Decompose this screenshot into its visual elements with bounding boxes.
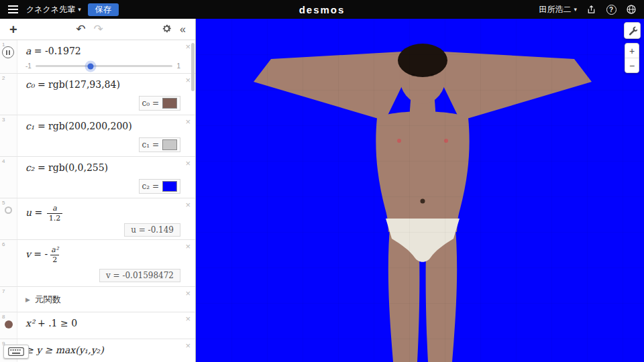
color-swatch-box: c₀ = — [139, 96, 180, 111]
graph-canvas[interactable] — [196, 19, 644, 362]
close-icon[interactable]: × — [185, 200, 191, 209]
expression-content[interactable]: u = a1.2 u = -0.149 × — [17, 198, 195, 239]
row-gutter: 6 — [0, 240, 17, 286]
evaluation-output: u = -0.149 — [25, 223, 180, 237]
evaluation-output: v = -0.01598472 — [25, 269, 180, 282]
add-expression-button[interactable]: + — [5, 21, 21, 38]
share-button[interactable] — [585, 3, 597, 15]
swatch-label: c₀ = — [142, 99, 159, 108]
wrench-icon — [627, 25, 637, 36]
row-number: 4 — [2, 158, 5, 164]
row-number: 7 — [2, 288, 5, 294]
expression-content[interactable]: c₂ = rgb(0,0,255) c₂ = × — [17, 157, 195, 198]
topbar-right: 田所浩二 ▾ ? — [539, 3, 637, 15]
user-account-dropdown[interactable]: 田所浩二 ▾ — [539, 4, 577, 15]
caret-down-icon: ▾ — [574, 6, 577, 13]
expression-latex: a = -0.1972 — [25, 46, 180, 56]
expression-row-slider-a: 1 a = -0.1972 -1 1 × — [0, 40, 195, 74]
graph-settings-button[interactable] — [158, 22, 176, 37]
slider-handle[interactable] — [88, 63, 94, 69]
slider-min-label: -1 — [25, 62, 32, 70]
expression-latex: x² + .1 ≥ 0 — [25, 318, 180, 328]
expression-content[interactable]: x² + .1 ≥ 0 × — [17, 312, 195, 339]
row-gutter: 8 — [0, 312, 17, 339]
slider-track[interactable] — [36, 65, 173, 67]
row-number: 6 — [2, 241, 5, 247]
close-icon[interactable]: × — [185, 242, 191, 251]
keyboard-icon — [8, 347, 24, 356]
language-button[interactable] — [625, 3, 637, 15]
save-button[interactable]: 保存 — [88, 3, 119, 16]
evaluated-value: v = -0.01598472 — [99, 269, 180, 282]
row-number: 2 — [2, 75, 5, 81]
topbar-left: クネクネ先輩 ▾ 保存 — [7, 3, 119, 16]
expression-content[interactable]: v = -a²2 v = -0.01598472 × — [17, 240, 195, 286]
help-button[interactable]: ? — [605, 3, 617, 15]
close-icon[interactable]: × — [185, 341, 191, 350]
folder-name: 元関数 — [35, 294, 61, 306]
close-icon[interactable]: × — [185, 117, 191, 126]
hamburger-menu-icon[interactable] — [7, 4, 19, 15]
expression-row-c0: 2 c₀ = rgb(127,93,84) c₀ = × — [0, 74, 195, 115]
swatch-label: c₁ = — [142, 140, 159, 149]
folder-expand-icon[interactable]: ▶ — [25, 296, 30, 303]
desmos-logo: desmos — [299, 0, 345, 19]
color-chip[interactable] — [162, 181, 177, 192]
row-gutter: 5 — [0, 198, 17, 239]
zoom-out-button[interactable]: − — [625, 58, 639, 72]
graph-title: クネクネ先輩 — [26, 4, 75, 15]
share-icon — [586, 5, 596, 15]
close-icon[interactable]: × — [185, 159, 191, 168]
expression-content[interactable]: ≥ y ≥ max(y₁,y₂) × — [17, 339, 195, 362]
expression-latex: c₁ = rgb(200,200,200) — [25, 121, 180, 131]
folder-content[interactable]: ▶ 元関数 × — [17, 287, 195, 312]
row-number: 8 — [2, 314, 5, 320]
expression-style-icon[interactable] — [5, 206, 12, 214]
row-gutter: 2 — [0, 74, 17, 115]
slider-max-label: 1 — [176, 62, 180, 70]
row-gutter: 7 — [0, 287, 17, 312]
expression-content[interactable]: a = -0.1972 -1 1 × — [17, 40, 195, 73]
graph-title-dropdown[interactable]: クネクネ先輩 ▾ — [26, 4, 81, 15]
expression-content[interactable]: c₀ = rgb(127,93,84) c₀ = × — [17, 74, 195, 115]
expression-row-c1: 3 c₁ = rgb(200,200,200) c₁ = × — [0, 115, 195, 157]
color-output: c₁ = — [25, 137, 180, 152]
color-output: c₀ = — [25, 96, 180, 111]
help-icon: ? — [606, 5, 616, 15]
graph-paper[interactable]: + − — [196, 19, 644, 362]
close-icon[interactable]: × — [185, 76, 191, 84]
swatch-label: c₂ = — [142, 182, 159, 191]
color-swatch-box: c₂ = — [139, 179, 180, 194]
close-icon[interactable]: × — [185, 314, 191, 323]
graph-settings-wrench-button[interactable] — [624, 22, 641, 39]
expression-list: 1 a = -0.1972 -1 1 × — [0, 40, 195, 362]
expression-latex: c₀ = rgb(127,93,84) — [25, 79, 180, 90]
expression-row-c2: 4 c₂ = rgb(0,0,255) c₂ = × — [0, 157, 195, 198]
expression-row-inequality: 8 x² + .1 ≥ 0 × — [0, 312, 195, 339]
color-chip[interactable] — [162, 139, 177, 150]
row-gutter: 3 — [0, 115, 17, 156]
topbar: クネクネ先輩 ▾ 保存 desmos 田所浩二 ▾ ? — [0, 0, 644, 19]
expression-row-u: 5 u = a1.2 u = -0.149 × — [0, 198, 195, 240]
expression-row-max: 9 ≥ y ≥ max(y₁,y₂) × — [0, 339, 195, 362]
collapse-panel-button[interactable]: « — [176, 23, 190, 36]
zoom-in-button[interactable]: + — [625, 44, 639, 58]
color-output: c₂ = — [25, 179, 180, 194]
redo-button[interactable]: ↷ — [89, 22, 107, 36]
row-number: 3 — [2, 117, 5, 123]
panel-scrollbar[interactable] — [191, 43, 195, 91]
row-gutter: 4 — [0, 157, 17, 198]
close-icon[interactable]: × — [185, 289, 191, 298]
show-keyboard-button[interactable] — [3, 345, 29, 359]
color-chip[interactable] — [162, 98, 177, 109]
plot-style-icon[interactable] — [5, 320, 13, 328]
caret-down-icon: ▾ — [78, 6, 81, 13]
folder-row[interactable]: 7 ▶ 元関数 × — [0, 287, 195, 312]
expression-row-v: 6 v = -a²2 v = -0.01598472 × — [0, 240, 195, 287]
close-icon[interactable]: × — [185, 42, 191, 51]
expression-content[interactable]: c₁ = rgb(200,200,200) c₁ = × — [17, 115, 195, 156]
slider-pause-button[interactable] — [2, 46, 14, 58]
undo-button[interactable]: ↶ — [72, 22, 89, 36]
slider: -1 1 — [25, 62, 180, 70]
globe-icon — [626, 4, 637, 15]
